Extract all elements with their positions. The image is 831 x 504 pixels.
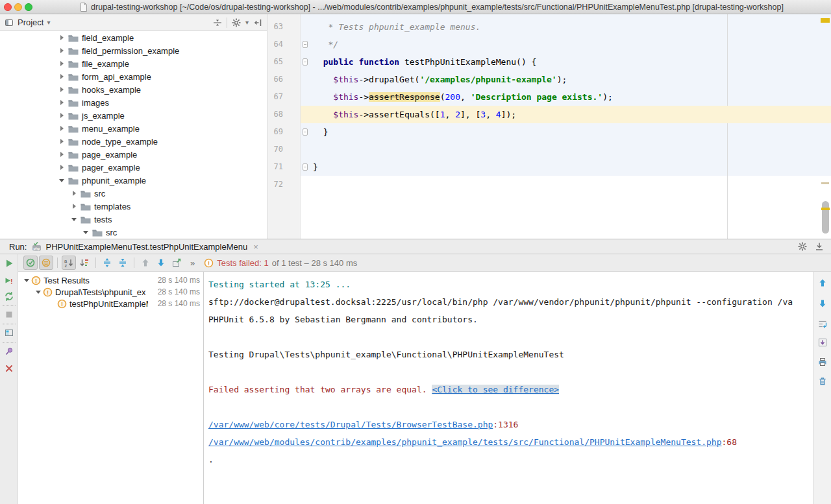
code-line[interactable]: */ [301,36,831,53]
console-link[interactable]: <Click to see difference> [432,385,559,394]
gutter-line[interactable]: 67 [268,88,300,106]
project-tree-item[interactable]: file_example [0,57,267,70]
print-button[interactable] [817,357,828,367]
chevron-down-icon[interactable]: ▾ [245,19,249,26]
code-line[interactable] [301,141,831,158]
code-editor[interactable]: 63646566676869707172 * Tests phpunit_exa… [267,14,831,239]
select-opened-file-icon[interactable] [212,18,223,28]
tree-collapsed-arrow-icon[interactable] [58,113,65,118]
soft-wrap-button[interactable] [817,319,828,330]
project-tree-item[interactable]: field_permission_example [0,44,267,57]
project-tree-item[interactable]: pager_example [0,161,267,174]
project-tree-item[interactable]: page_example [0,148,267,161]
tree-collapsed-arrow-icon[interactable] [58,152,65,157]
tree-collapsed-arrow-icon[interactable] [71,191,77,196]
tree-collapsed-arrow-icon[interactable] [58,87,65,92]
project-tree-item[interactable]: src [0,187,267,200]
gutter-line[interactable]: 70 [268,141,300,158]
gutter-line[interactable]: 65 [268,53,300,71]
tree-collapsed-arrow-icon[interactable] [58,48,65,53]
pin-tab-button[interactable] [4,346,14,357]
tree-expanded-arrow-icon[interactable] [82,231,89,234]
error-stripe-mark[interactable] [821,182,829,184]
project-tree-item[interactable]: node_type_example [0,135,267,148]
gutter-line[interactable]: 68 [268,106,300,123]
gear-icon[interactable] [797,241,808,252]
tree-collapsed-arrow-icon[interactable] [58,74,65,79]
scroll-to-end-button[interactable] [817,337,828,348]
tree-collapsed-arrow-icon[interactable] [58,100,65,105]
project-tree-item[interactable]: templates [0,200,267,213]
sort-alphabetically-button[interactable]: az [62,256,76,270]
close-window-button[interactable] [4,3,12,11]
project-tree-item[interactable]: images [0,96,267,109]
rerun-failed-tests-button[interactable]: ! [4,276,14,286]
code-line[interactable]: * Tests phpunit_example menus. [301,18,831,36]
tree-expanded-arrow-icon[interactable] [58,179,65,182]
toggle-auto-test-button[interactable] [4,291,14,302]
project-tree-item[interactable]: js_example [0,109,267,122]
zoom-window-button[interactable] [25,3,32,11]
gutter-line[interactable]: 66 [268,71,300,88]
tree-collapsed-arrow-icon[interactable] [58,35,65,40]
error-stripe-mark[interactable] [821,18,830,23]
project-tree-item[interactable]: form_api_example [0,70,267,83]
project-tree-item[interactable]: menu_example [0,122,267,135]
fold-marker-icon[interactable] [303,58,308,66]
show-passed-button[interactable] [23,256,38,270]
project-tree-item[interactable]: src [0,226,267,239]
gutter-line[interactable]: 63 [268,18,300,36]
minimize-window-button[interactable] [14,3,22,11]
show-ignored-button[interactable] [39,256,53,270]
code-line[interactable]: } [301,158,831,176]
tree-collapsed-arrow-icon[interactable] [58,126,65,131]
error-stripe-mark[interactable] [821,208,830,210]
chevron-down-icon[interactable]: ▾ [47,19,50,26]
tree-expanded-arrow-icon[interactable] [71,218,77,221]
project-tree-item[interactable]: tests [0,213,267,226]
console-link[interactable]: /var/www/web/modules/contrib/examples/ph… [208,437,722,447]
close-tab-button[interactable] [4,363,14,374]
down-stack-trace-button[interactable] [817,298,828,309]
console-link[interactable]: /var/www/web/core/tests/Drupal/Tests/Bro… [208,420,493,429]
fold-marker-icon[interactable] [303,128,308,136]
up-stack-trace-button[interactable] [817,278,828,288]
gutter-line[interactable]: 69 [268,123,300,141]
fold-marker-icon[interactable] [303,163,308,171]
close-icon[interactable]: × [253,242,258,252]
gear-icon[interactable] [231,18,242,28]
tree-collapsed-arrow-icon[interactable] [58,139,65,144]
hide-panel-icon[interactable] [253,18,263,28]
chevron-double-icon[interactable]: » [190,258,195,268]
project-tree-item[interactable]: field_example [0,31,267,44]
expand-all-button[interactable] [100,256,114,270]
export-test-results-button[interactable] [169,256,184,270]
clear-console-button[interactable] [817,376,828,387]
test-tree-item[interactable]: !Test Results28 s 140 ms [18,274,203,286]
code-line[interactable]: $this->assertResponse(200, 'Description … [301,88,831,106]
rerun-button[interactable] [4,258,14,269]
code-line[interactable]: $this->assertEquals([1, 2], [3, 4]); [301,106,831,123]
test-console-output[interactable]: Testing started at 13:25 ...sftp://docke… [203,272,813,504]
tree-collapsed-arrow-icon[interactable] [58,61,65,66]
project-tree-item[interactable]: hooks_example [0,83,267,96]
tree-expanded-arrow-icon[interactable] [23,279,30,282]
test-tree-item[interactable]: !Drupal\Tests\phpunit_ex28 s 140 ms [18,286,203,298]
test-tree-item[interactable]: !testPhpUnitExampleM28 s 140 ms [18,298,203,309]
gutter-line[interactable]: 72 [268,176,300,193]
collapse-all-button[interactable] [116,256,130,270]
sort-by-duration-button[interactable] [77,256,92,270]
restore-layout-button[interactable] [4,328,14,338]
tree-collapsed-arrow-icon[interactable] [71,204,77,209]
code-line[interactable]: $this->drupalGet('/examples/phpunit-exam… [301,71,831,88]
code-line[interactable]: public function testPhpUnitExampleMenu()… [301,53,831,71]
code-line[interactable] [301,176,831,193]
tree-collapsed-arrow-icon[interactable] [58,165,65,170]
next-failed-test-button[interactable] [154,256,168,270]
editor-scrollbar-thumb[interactable] [822,201,829,234]
project-panel-title[interactable]: Project [18,18,43,27]
hide-tool-window-icon[interactable] [814,241,825,252]
run-tab[interactable]: php PHPUnitExampleMenuTest.testPhpUnitEx… [32,241,258,252]
previous-failed-test-button[interactable] [138,256,153,270]
gutter-line[interactable]: 71 [268,158,300,176]
